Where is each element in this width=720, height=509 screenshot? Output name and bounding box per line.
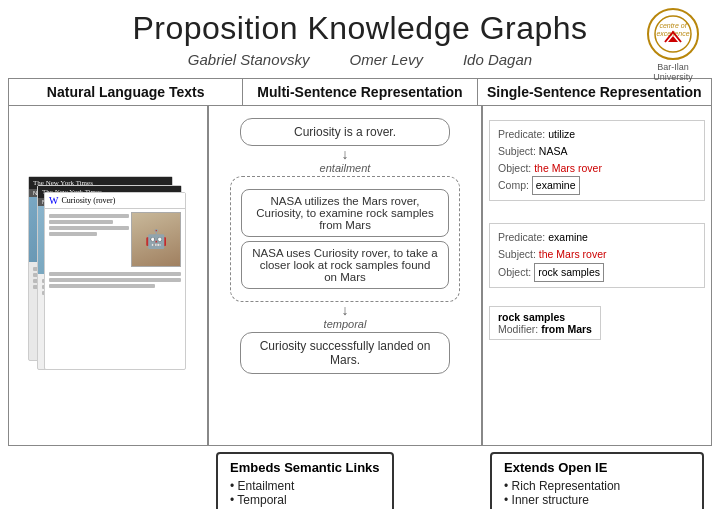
- extends-openIE-box: Extends Open IE Rich Representation Inne…: [490, 452, 704, 509]
- institution-name: Bar-Ilan University: [638, 62, 708, 82]
- multi-sentence-panel: Curiosity is a rover. ↓ entailment NASA …: [208, 106, 482, 446]
- bottom-row: Embeds Semantic Links Entailment Tempora…: [8, 446, 712, 509]
- dashed-entailment-box: NASA utilizes the Mars rover, Curiosity,…: [230, 176, 460, 302]
- page-header: Proposition Knowledge Graphs Gabriel Sta…: [0, 0, 720, 72]
- author-1: Gabriel Stanovsky: [188, 51, 310, 68]
- col-header-nl: Natural Language Texts: [9, 79, 243, 105]
- col-header-multi: Multi-Sentence Representation: [243, 79, 477, 105]
- svg-text:centre of: centre of: [659, 22, 687, 29]
- inner-box-2: NASA uses Curiosity rover, to take a clo…: [241, 241, 449, 289]
- nl-texts-panel: The New York Times NASA Successfully Lan…: [8, 106, 208, 446]
- author-3: Ido Dagan: [463, 51, 532, 68]
- mid-flow: Curiosity is a rover. ↓ entailment NASA …: [213, 114, 477, 374]
- embeds-semantic-box: Embeds Semantic Links Entailment Tempora…: [216, 452, 394, 509]
- news-card-front: W Curiosity (rover) 🤖: [44, 192, 186, 370]
- pred-box-1: Predicate: utilize Subject: NASA Object:…: [489, 120, 705, 201]
- embed-item-2: Temporal: [230, 493, 380, 507]
- logo-svg: centre of excellence: [653, 14, 693, 54]
- institution-logo: centre of excellence Bar-Ilan University: [638, 8, 708, 82]
- bottom-left: [8, 446, 208, 509]
- main-content: The New York Times NASA Successfully Lan…: [8, 106, 712, 446]
- entailment-label: entailment: [320, 162, 371, 174]
- embed-item-1: Entailment: [230, 479, 380, 493]
- logo-circle: centre of excellence: [647, 8, 699, 60]
- authors-line: Gabriel Stanovsky Omer Levy Ido Dagan: [0, 51, 720, 68]
- inner-box-1: NASA utilizes the Mars rover, Curiosity,…: [241, 189, 449, 237]
- box-curiosity-rover: Curiosity is a rover.: [240, 118, 450, 146]
- pred-box-2: Predicate: examine Subject: the Mars rov…: [489, 223, 705, 287]
- author-2: Omer Levy: [350, 51, 423, 68]
- col-header-single: Single-Sentence Representation: [478, 79, 711, 105]
- extend-item-1: Rich Representation: [504, 479, 690, 493]
- news-stack: The New York Times NASA Successfully Lan…: [28, 176, 188, 376]
- embeds-title: Embeds Semantic Links: [230, 460, 380, 475]
- temporal-arrow: ↓ temporal: [324, 303, 367, 331]
- bottom-right: Extends Open IE Rich Representation Inne…: [482, 446, 712, 509]
- single-sentence-panel: Predicate: utilize Subject: NASA Object:…: [482, 106, 712, 446]
- extends-title: Extends Open IE: [504, 460, 690, 475]
- box-landed: Curiosity successfully landed on Mars.: [240, 332, 450, 374]
- extend-item-2: Inner structure: [504, 493, 690, 507]
- bottom-mid: Embeds Semantic Links Entailment Tempora…: [208, 446, 482, 509]
- modifier-box: rock samples Modifier: from Mars: [489, 306, 601, 340]
- entailment-arrow: ↓ entailment: [320, 147, 371, 175]
- column-headers: Natural Language Texts Multi-Sentence Re…: [8, 78, 712, 106]
- temporal-label: temporal: [324, 318, 367, 330]
- page-title: Proposition Knowledge Graphs: [0, 10, 720, 47]
